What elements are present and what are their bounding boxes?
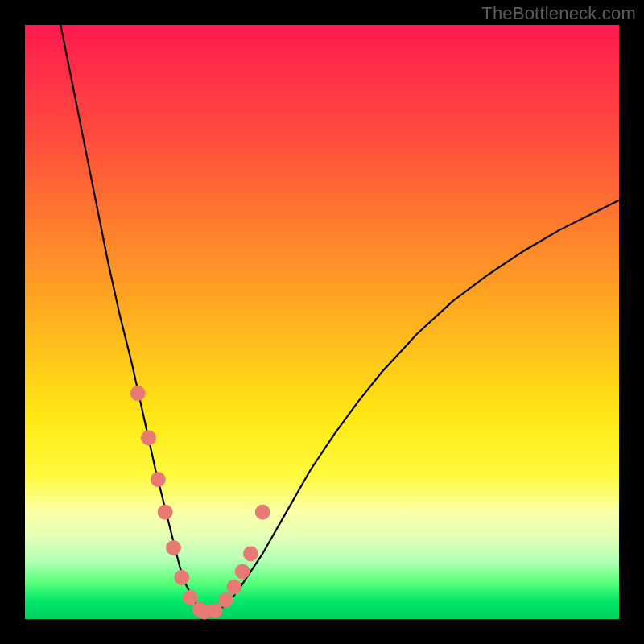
highlight-dot (130, 386, 145, 401)
highlight-dot (208, 604, 222, 618)
highlight-dot (235, 564, 250, 579)
highlight-dot (175, 570, 189, 584)
chart-svg (25, 25, 619, 619)
highlight-dots (130, 386, 270, 620)
highlight-dot (227, 580, 242, 594)
highlight-dot (151, 473, 165, 487)
highlight-dot (142, 431, 156, 445)
highlight-dot (158, 505, 172, 519)
bottleneck-curve (60, 25, 619, 612)
highlight-dot (218, 592, 233, 607)
highlight-dot (183, 590, 197, 605)
highlight-dot (255, 505, 270, 519)
highlight-dot (167, 540, 181, 555)
watermark-text: TheBottleneck.com (481, 3, 636, 24)
chart-frame (25, 25, 619, 619)
highlight-dot (243, 547, 258, 561)
